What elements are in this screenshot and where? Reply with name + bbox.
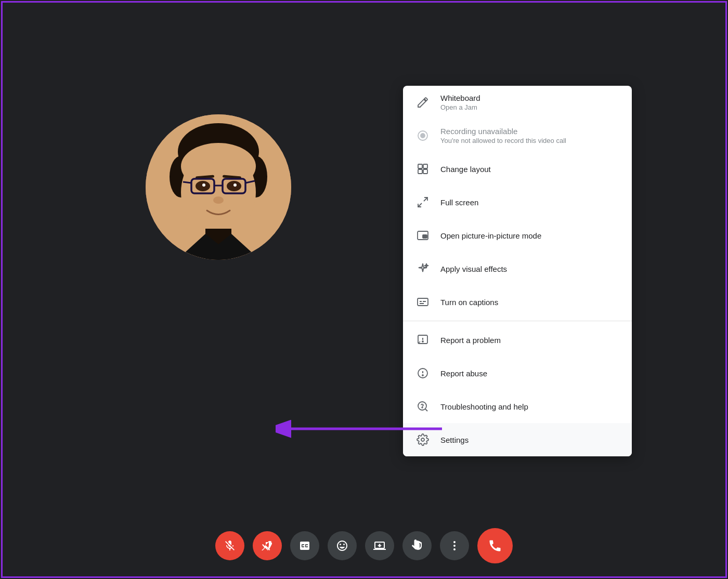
menu-item-report-problem[interactable]: Report a problem [403, 323, 632, 357]
svg-point-48 [453, 548, 456, 550]
menu-item-fullscreen[interactable]: Full screen [403, 186, 632, 219]
avatar [146, 114, 291, 260]
dropdown-menu: Whiteboard Open a Jam Recording unavaila… [403, 86, 632, 456]
menu-item-pip[interactable]: Open picture-in-picture mode [403, 219, 632, 252]
whiteboard-sublabel: Open a Jam [440, 103, 480, 111]
layout-label: Change layout [440, 165, 491, 174]
svg-rect-29 [423, 235, 427, 238]
more-options-button[interactable] [440, 531, 469, 560]
menu-text-captions: Turn on captions [440, 298, 498, 307]
menu-item-report-abuse[interactable]: Report abuse [403, 357, 632, 390]
menu-divider [403, 321, 632, 321]
raise-hand-button[interactable] [402, 531, 432, 560]
svg-rect-23 [423, 164, 427, 168]
captions-control-button[interactable] [290, 531, 319, 560]
avatar-face [146, 114, 291, 260]
menu-item-recording: Recording unavailable You're not allowed… [403, 119, 632, 152]
menu-text-pip: Open picture-in-picture mode [440, 231, 541, 240]
menu-text-recording: Recording unavailable You're not allowed… [440, 127, 566, 144]
menu-item-visual-effects[interactable]: Apply visual effects [403, 252, 632, 285]
menu-text-report-abuse: Report abuse [440, 369, 487, 378]
menu-text-troubleshooting: Troubleshooting and help [440, 402, 528, 411]
pip-icon [413, 229, 432, 242]
menu-text-whiteboard: Whiteboard Open a Jam [440, 94, 480, 111]
svg-rect-25 [423, 169, 427, 174]
pip-label: Open picture-in-picture mode [440, 231, 541, 240]
svg-point-39 [422, 375, 423, 376]
troubleshooting-label: Troubleshooting and help [440, 402, 528, 411]
menu-item-whiteboard[interactable]: Whiteboard Open a Jam [403, 86, 632, 119]
menu-text-settings: Settings [440, 436, 469, 444]
svg-line-26 [424, 198, 427, 201]
menu-text-report-problem: Report a problem [440, 336, 501, 345]
report-abuse-icon [413, 367, 432, 379]
call-area: Whiteboard Open a Jam Recording unavaila… [0, 0, 728, 579]
help-icon [413, 400, 432, 413]
svg-point-47 [453, 545, 456, 547]
visual-effects-label: Apply visual effects [440, 265, 507, 273]
settings-icon [413, 433, 432, 446]
share-screen-button[interactable] [365, 531, 394, 560]
report-problem-icon [413, 334, 432, 346]
menu-text-visual-effects: Apply visual effects [440, 265, 507, 273]
emoji-button[interactable] [328, 531, 357, 560]
menu-text-fullscreen: Full screen [440, 198, 478, 207]
recording-sublabel: You're not allowed to record this video … [440, 137, 566, 144]
svg-point-46 [453, 541, 456, 543]
svg-point-16 [233, 183, 237, 187]
svg-point-42 [422, 407, 423, 408]
record-icon [413, 129, 432, 142]
captions-label: Turn on captions [440, 298, 498, 307]
menu-item-troubleshooting[interactable]: Troubleshooting and help [403, 390, 632, 423]
menu-item-settings[interactable]: Settings [403, 423, 632, 456]
recording-label: Recording unavailable [440, 127, 566, 136]
svg-point-21 [421, 134, 425, 138]
report-abuse-label: Report abuse [440, 369, 487, 378]
fullscreen-label: Full screen [440, 198, 478, 207]
svg-rect-24 [418, 169, 422, 174]
control-bar [0, 528, 728, 563]
svg-line-41 [425, 409, 427, 411]
menu-item-captions[interactable]: Turn on captions [403, 285, 632, 319]
svg-point-43 [421, 438, 424, 441]
whiteboard-label: Whiteboard [440, 94, 480, 102]
mute-button[interactable] [215, 531, 244, 560]
svg-point-36 [422, 341, 423, 342]
svg-line-27 [418, 203, 422, 207]
svg-point-15 [202, 183, 205, 187]
svg-point-17 [213, 196, 224, 204]
captions-icon [413, 296, 432, 308]
menu-item-change-layout[interactable]: Change layout [403, 152, 632, 186]
camera-button[interactable] [253, 531, 282, 560]
svg-line-11 [183, 182, 191, 183]
settings-label: Settings [440, 436, 469, 444]
pencil-icon [413, 96, 432, 109]
report-problem-label: Report a problem [440, 336, 501, 345]
layout-icon [413, 163, 432, 175]
menu-text-layout: Change layout [440, 165, 491, 174]
hangup-button[interactable] [477, 528, 513, 563]
fullscreen-icon [413, 196, 432, 208]
svg-rect-22 [418, 164, 422, 168]
sparkle-icon [413, 262, 432, 275]
